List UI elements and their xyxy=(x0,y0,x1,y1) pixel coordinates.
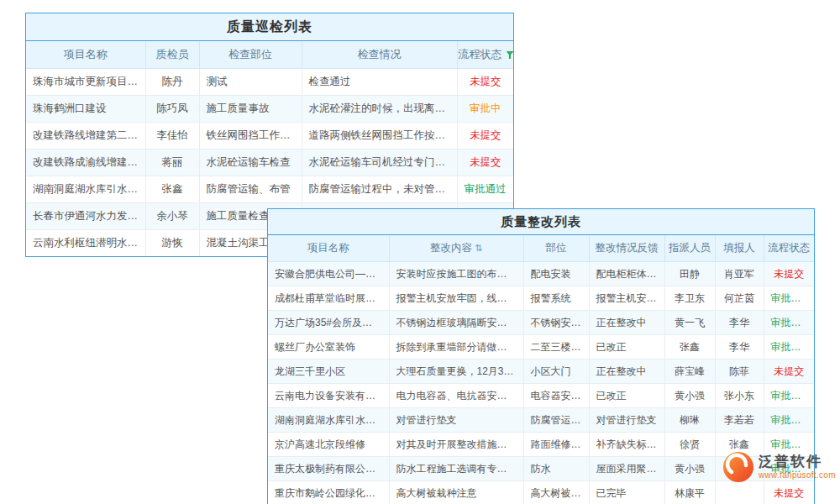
column-header-project: 项目名称 xyxy=(268,235,389,262)
cell-status: 未提交 xyxy=(457,123,513,150)
cell-part: 路面维修检... xyxy=(523,433,589,457)
cell-reporter[interactable]: 李华 xyxy=(715,335,764,360)
cell-assignee[interactable]: 黄小强 xyxy=(664,457,715,481)
cell-feedback: 对管进行垫支 xyxy=(589,408,664,433)
cell-reporter[interactable]: 李华 xyxy=(715,311,764,335)
cell-situation: 道路两侧铁丝网围挡工作按设计... xyxy=(302,123,457,150)
cell-status: 审批中 xyxy=(457,96,513,123)
cell-feedback: 已完毕 xyxy=(589,481,664,504)
table-row: 珠海鹤洲口建设陈巧凤施工质量事故水泥砼灌注的时候，出现离析现象审批中 xyxy=(26,96,513,123)
cell-assignee[interactable]: 田静 xyxy=(664,262,715,286)
table-row: 改建铁路线增建第二线...李佳怡铁丝网围挡工作检查道路两侧铁丝网围挡工作按设计.… xyxy=(26,123,513,150)
cell-content: 高大树被栽种注意 xyxy=(389,481,523,504)
cell-project[interactable]: 改建铁路成渝线增建第... xyxy=(26,150,145,176)
cell-content: 电力电容器、电抗器安装方案... xyxy=(389,384,523,408)
cell-feedback: 已改正 xyxy=(589,384,664,408)
cell-status: 未提交 xyxy=(457,150,513,176)
cell-project[interactable]: 安徽合肥供电公司—配电设备... xyxy=(268,262,389,286)
cell-assignee[interactable]: 李卫东 xyxy=(664,286,715,311)
cell-assignee[interactable]: 张鑫 xyxy=(664,335,715,360)
cell-assignee[interactable]: 林康平 xyxy=(664,481,715,504)
cell-assignee[interactable]: 黄一飞 xyxy=(664,311,715,335)
column-header-content[interactable]: 整改内容⇅ xyxy=(389,235,523,262)
cell-project[interactable]: 湖南洞庭湖水库引水工... xyxy=(26,176,145,203)
cell-status: 审批通过 xyxy=(764,311,814,335)
inspection-list-title: 质量巡检列表 xyxy=(26,13,513,41)
cell-part: 铁丝网围挡工作检查 xyxy=(199,123,302,150)
cell-inspector: 余小琴 xyxy=(145,203,199,230)
cell-status: 未提交 xyxy=(764,360,814,384)
cell-situation: 检查通过 xyxy=(302,69,457,96)
header-row: 项目名称 质检员 检查部位 检查情况 流程状态 xyxy=(26,41,513,69)
column-header-label: 部位 xyxy=(546,242,567,254)
cell-content: 不锈钢边框玻璃隔断安装不牢... xyxy=(389,311,523,335)
cell-reporter[interactable]: 肖亚军 xyxy=(715,262,764,286)
column-header-label: 项目名称 xyxy=(307,242,349,254)
cell-feedback: 已改正 xyxy=(589,335,664,360)
cell-project[interactable]: 重庆市鹅岭公园绿化景观提升... xyxy=(268,481,389,504)
cell-project[interactable]: 长春市伊通河水力发电... xyxy=(26,203,145,230)
cell-reporter[interactable]: 陈菲 xyxy=(715,360,764,384)
cell-part: 高大树被栽种 xyxy=(523,481,589,504)
filter-icon[interactable] xyxy=(507,51,514,59)
cell-reporter[interactable]: 何芷茵 xyxy=(715,286,764,311)
column-header-assignee: 指派人员 xyxy=(664,235,715,262)
cell-status: 审批通过 xyxy=(457,176,513,203)
column-header-label: 检查情况 xyxy=(358,48,402,60)
brand-logo: 泛普软件 www.fanpusoft.com xyxy=(722,451,836,483)
cell-reporter[interactable]: 张小东 xyxy=(715,384,764,408)
cell-feedback: 报警主机安放... xyxy=(589,286,664,311)
column-header-part: 检查部位 xyxy=(199,41,302,69)
cell-project[interactable]: 京沪高速北京段维修 xyxy=(268,433,389,457)
cell-situation: 水泥砼运输车司机经过专门培训... xyxy=(302,150,457,176)
cell-project[interactable]: 云南电力设备安装有限公司20... xyxy=(268,384,389,408)
cell-project[interactable]: 珠海鹤洲口建设 xyxy=(26,96,145,123)
cell-assignee[interactable]: 薛宝峰 xyxy=(664,360,715,384)
cell-project[interactable]: 湖南洞庭湖水库引水工程施工... xyxy=(268,408,389,433)
cell-part: 测试 xyxy=(199,69,302,96)
sort-icon[interactable]: ⇅ xyxy=(475,243,482,254)
cell-content: 大理石质量更换，12月31日之... xyxy=(389,360,523,384)
cell-part: 水泥砼运输车检查 xyxy=(199,150,302,176)
cell-assignee[interactable]: 徐贤 xyxy=(664,433,715,457)
header-row: 项目名称 整改内容⇅ 部位 整改情况反馈 指派人员 填报人 流程状态 xyxy=(268,235,814,262)
cell-project[interactable]: 重庆太极制药有限公司亳州中... xyxy=(268,457,389,481)
cell-project[interactable]: 云南水利枢纽潜明水库... xyxy=(26,230,145,257)
column-header-label: 检查部位 xyxy=(228,48,272,60)
table-row: 云南电力设备安装有限公司20...电力电容器、电抗器安装方案...电容器安装..… xyxy=(268,384,814,408)
table-row: 改建铁路成渝线增建第...蒋丽水泥砼运输车检查水泥砼运输车司机经过专门培训...… xyxy=(26,150,513,176)
cell-project[interactable]: 万达广场35#会所及咖啡厅空... xyxy=(268,311,389,335)
cell-part: 施工质量事故 xyxy=(199,96,302,123)
table-row: 湖南洞庭湖水库引水工程施工...对管进行垫支防腐管运输...对管进行垫支柳琳李若… xyxy=(268,408,814,433)
cell-project[interactable]: 螺丝厂办公室装饰 xyxy=(268,335,389,360)
cell-part: 配电安装 xyxy=(523,262,589,286)
cell-reporter[interactable]: 李若若 xyxy=(715,408,764,433)
cell-part: 防腐管运输、布管 xyxy=(199,176,302,203)
cell-project[interactable]: 珠海市城市更新项目紫... xyxy=(26,69,145,96)
cell-project[interactable]: 改建铁路线增建第二线... xyxy=(26,123,145,150)
column-header-label: 流程状态 xyxy=(768,242,810,254)
cell-part: 报警系统 xyxy=(523,286,589,311)
column-header-part: 部位 xyxy=(523,235,589,262)
cell-assignee[interactable]: 黄小强 xyxy=(664,384,715,408)
cell-content: 防水工程施工选调有专业资质... xyxy=(389,457,523,481)
cell-content: 安装时应按施工图的布置，将... xyxy=(389,262,523,286)
table-row: 成都杜甫草堂临时展厅独立展...报警主机安放牢固，线缆连接...报警系统报警主机… xyxy=(268,286,814,311)
rectification-list-title: 质量整改列表 xyxy=(268,209,814,235)
cell-content: 报警主机安放牢固，线缆连接... xyxy=(389,286,523,311)
cell-content: 对其及时开展整改措施，桥头... xyxy=(389,433,523,457)
table-row: 安徽合肥供电公司—配电设备...安装时应按施工图的布置，将...配电安装配电柜柜… xyxy=(268,262,814,286)
table-row: 龙湖三千里小区大理石质量更换，12月31日之...小区大门正在整改中薛宝峰陈菲未… xyxy=(268,360,814,384)
cell-reporter[interactable] xyxy=(715,481,764,504)
cell-situation: 水泥砼灌注的时候，出现离析现象 xyxy=(302,96,457,123)
column-header-label: 项目名称 xyxy=(64,48,108,60)
fanpu-logo-icon xyxy=(722,451,754,483)
table-row: 重庆市鹅岭公园绿化景观提升...高大树被栽种注意高大树被栽种已完毕林康平未提交 xyxy=(268,481,814,504)
column-header-status[interactable]: 流程状态 xyxy=(457,41,513,69)
cell-project[interactable]: 龙湖三千里小区 xyxy=(268,360,389,384)
cell-assignee[interactable]: 柳琳 xyxy=(664,408,715,433)
cell-status: 审批通过 xyxy=(764,384,814,408)
cell-project[interactable]: 成都杜甫草堂临时展厅独立展... xyxy=(268,286,389,311)
cell-inspector: 蒋丽 xyxy=(145,150,199,176)
column-header-inspector: 质检员 xyxy=(145,41,199,69)
